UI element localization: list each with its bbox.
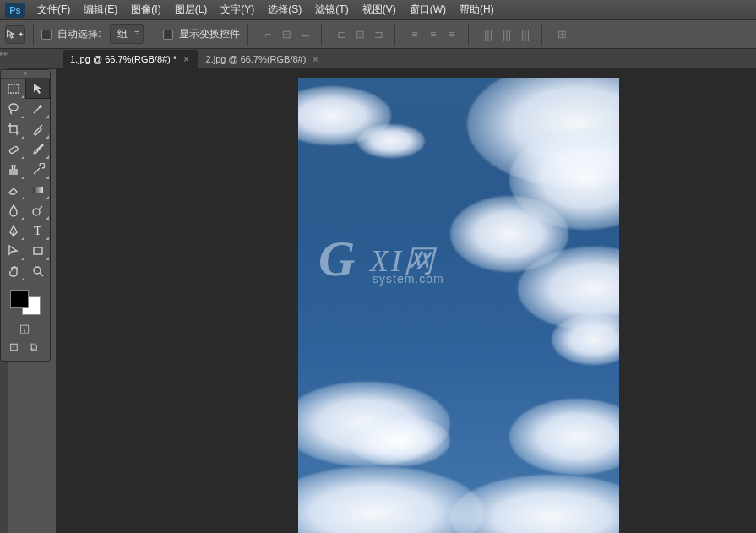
marquee-icon [7, 82, 20, 95]
svg-point-4 [33, 209, 40, 215]
quick-select-tool[interactable] [25, 99, 50, 119]
foreground-color[interactable] [10, 290, 29, 308]
auto-align-icon[interactable]: ⊞ [553, 26, 570, 43]
distribute-vcenter-icon[interactable]: ≡ [425, 26, 442, 43]
canvas-area[interactable]: G XI网 system.com [56, 69, 756, 533]
auto-select-option[interactable]: 自动选择: [41, 27, 101, 41]
shape-tool[interactable] [25, 241, 50, 261]
gradient-tool[interactable] [25, 180, 50, 200]
document-image[interactable]: G XI网 system.com [298, 78, 619, 533]
dock-grip-icon[interactable]: ▸▸ [0, 49, 8, 56]
separator [33, 24, 34, 46]
stamp-tool[interactable] [1, 160, 25, 180]
svg-point-1 [9, 104, 18, 111]
eraser-icon [7, 183, 20, 197]
lasso-tool[interactable] [1, 99, 25, 119]
show-transform-checkbox[interactable] [163, 30, 173, 40]
align-hcenter-icon[interactable]: ⊟ [351, 26, 368, 43]
hand-icon [7, 264, 20, 278]
app-logo[interactable]: Ps [5, 3, 25, 18]
auto-select-label: 自动选择: [57, 28, 101, 40]
menu-filter[interactable]: 滤镜(T) [308, 0, 355, 19]
gradient-icon [31, 183, 45, 197]
distribute-top-icon[interactable]: ≡ [406, 26, 423, 43]
menu-image[interactable]: 图像(I) [124, 0, 167, 19]
svg-rect-5 [34, 247, 42, 254]
document-tab-2[interactable]: 2.jpg @ 66.7%(RGB/8#) × [199, 50, 327, 68]
svg-rect-3 [33, 187, 43, 193]
align-group-2: ⊏ ⊟ ⊐ [333, 26, 387, 43]
hand-tool[interactable] [1, 261, 25, 281]
separator [541, 24, 542, 46]
align-left-icon[interactable]: ⊏ [333, 26, 350, 43]
separator [321, 24, 322, 46]
distribute-right-icon[interactable]: ||| [517, 26, 534, 43]
svg-rect-2 [8, 146, 18, 154]
type-tool[interactable]: T [25, 220, 50, 241]
document-tab-1[interactable]: 1.jpg @ 66.7%(RGB/8#) * × [63, 50, 198, 68]
pen-icon [7, 224, 20, 237]
eraser-tool[interactable] [1, 180, 25, 200]
eyedropper-icon [31, 122, 45, 136]
distribute-group-1: ≡ ≡ ≡ [406, 26, 460, 43]
distribute-bottom-icon[interactable]: ≡ [443, 26, 460, 43]
current-tool-indicator[interactable]: ✦ [5, 25, 25, 44]
blur-tool[interactable] [1, 200, 25, 220]
path-select-tool[interactable] [1, 241, 25, 261]
history-brush-tool[interactable] [25, 160, 50, 180]
move-icon [31, 82, 45, 95]
panel-grip[interactable] [1, 70, 50, 79]
pen-tool[interactable] [1, 220, 25, 241]
dodge-tool[interactable] [25, 200, 50, 220]
close-icon[interactable]: × [182, 54, 190, 64]
distribute-left-icon[interactable]: ||| [480, 26, 497, 43]
menu-view[interactable]: 视图(V) [356, 0, 403, 19]
menu-select[interactable]: 选择(S) [261, 0, 308, 19]
brush-tool[interactable] [25, 139, 50, 160]
crop-icon [7, 122, 20, 136]
menu-help[interactable]: 帮助(H) [453, 0, 501, 19]
brush-icon [31, 143, 45, 156]
auto-select-checkbox[interactable] [41, 30, 52, 40]
move-tool[interactable] [25, 79, 50, 99]
menu-layer[interactable]: 图层(L) [168, 0, 215, 19]
crop-tool[interactable] [1, 119, 25, 139]
svg-point-6 [34, 267, 41, 274]
healing-tool[interactable] [1, 139, 25, 160]
eyedropper-tool[interactable] [25, 119, 50, 139]
zoom-tool[interactable] [25, 261, 50, 281]
distribute-hcenter-icon[interactable]: ||| [498, 26, 515, 43]
close-icon[interactable]: × [311, 54, 319, 64]
align-vcenter-icon[interactable]: ⊟ [278, 26, 295, 43]
show-transform-label: 显示变换控件 [179, 28, 240, 40]
separator [155, 24, 155, 46]
separator [394, 24, 395, 46]
watermark-big: G [318, 230, 355, 288]
show-transform-option[interactable]: 显示变换控件 [163, 27, 240, 41]
marquee-tool[interactable] [1, 79, 25, 99]
wand-icon [31, 102, 45, 116]
menu-bar: Ps 文件(F) 编辑(E) 图像(I) 图层(L) 文字(Y) 选择(S) 滤… [0, 0, 756, 20]
auto-align-group: ⊞ [553, 26, 570, 43]
menu-file[interactable]: 文件(F) [30, 0, 77, 19]
align-right-icon[interactable]: ⊐ [370, 26, 387, 43]
screenmode-alt-icon[interactable]: ⧉ [30, 340, 41, 352]
align-bottom-icon[interactable]: ⌙ [296, 26, 313, 43]
quickmask-icon[interactable]: ◲ [19, 322, 31, 334]
menu-window[interactable]: 窗口(W) [403, 0, 453, 19]
lasso-icon [7, 102, 20, 116]
arrow-icon [7, 244, 20, 258]
menu-type[interactable]: 文字(Y) [214, 0, 261, 19]
plus-icon: ✦ [18, 30, 24, 39]
menu-edit[interactable]: 编辑(E) [77, 0, 124, 19]
align-top-icon[interactable]: ⌐ [259, 26, 276, 43]
screenmode-icon[interactable]: ⊡ [9, 340, 21, 352]
auto-select-target-dropdown[interactable]: 组 [110, 24, 144, 44]
options-bar: ✦ 自动选择: 组 显示变换控件 ⌐ ⊟ ⌙ ⊏ ⊟ ⊐ ≡ ≡ ≡ ||| |… [0, 20, 756, 49]
type-icon: T [34, 224, 41, 238]
align-group-1: ⌐ ⊟ ⌙ [259, 26, 313, 43]
document-tabs: 1.jpg @ 66.7%(RGB/8#) * × 2.jpg @ 66.7%(… [0, 49, 756, 69]
rectangle-icon [31, 244, 45, 258]
watermark-small: system.com [373, 272, 444, 286]
move-tool-icon [6, 28, 17, 41]
